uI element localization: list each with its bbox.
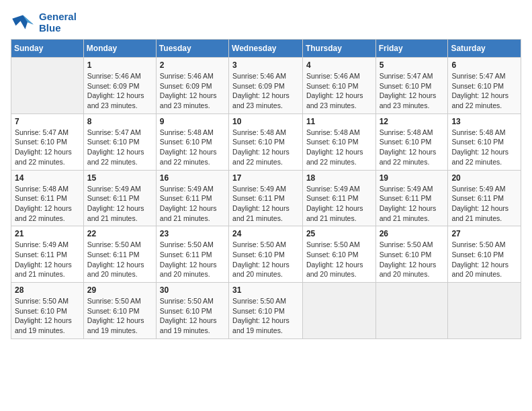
calendar-week-5: 28Sunrise: 5:50 AM Sunset: 6:10 PM Dayli… — [11, 283, 521, 339]
day-info: Sunrise: 5:49 AM Sunset: 6:11 PM Dayligh… — [451, 184, 517, 224]
day-info: Sunrise: 5:50 AM Sunset: 6:10 PM Dayligh… — [380, 240, 445, 279]
day-info: Sunrise: 5:48 AM Sunset: 6:11 PM Dayligh… — [15, 184, 80, 224]
calendar-cell: 21Sunrise: 5:49 AM Sunset: 6:11 PM Dayli… — [11, 226, 84, 283]
day-number: 15 — [87, 173, 152, 183]
day-number: 17 — [232, 173, 299, 183]
day-info: Sunrise: 5:49 AM Sunset: 6:11 PM Dayligh… — [380, 184, 445, 224]
day-number: 8 — [87, 117, 152, 126]
day-number: 10 — [232, 117, 299, 126]
calendar-cell: 25Sunrise: 5:50 AM Sunset: 6:10 PM Dayli… — [302, 226, 375, 283]
day-number: 22 — [87, 229, 152, 238]
day-number: 24 — [232, 229, 299, 238]
day-number: 4 — [306, 60, 372, 70]
day-number: 29 — [87, 285, 152, 295]
calendar-cell: 27Sunrise: 5:50 AM Sunset: 6:10 PM Dayli… — [448, 226, 521, 283]
day-number: 7 — [15, 117, 80, 126]
day-number: 2 — [160, 60, 225, 70]
day-number: 11 — [306, 117, 372, 126]
day-info: Sunrise: 5:50 AM Sunset: 6:11 PM Dayligh… — [87, 240, 152, 279]
calendar-cell: 4Sunrise: 5:46 AM Sunset: 6:10 PM Daylig… — [302, 58, 375, 114]
calendar-cell: 13Sunrise: 5:48 AM Sunset: 6:10 PM Dayli… — [448, 113, 521, 170]
logo-icon — [11, 13, 35, 32]
days-header-row: SundayMondayTuesdayWednesdayThursdayFrid… — [11, 40, 521, 58]
day-number: 27 — [451, 229, 517, 238]
calendar-cell: 19Sunrise: 5:49 AM Sunset: 6:11 PM Dayli… — [375, 170, 448, 226]
day-number: 18 — [306, 173, 372, 183]
day-info: Sunrise: 5:49 AM Sunset: 6:11 PM Dayligh… — [87, 184, 152, 224]
day-header-sunday: Sunday — [11, 40, 84, 58]
page-header: General Blue — [11, 11, 521, 34]
day-header-thursday: Thursday — [302, 40, 375, 58]
day-info: Sunrise: 5:50 AM Sunset: 6:10 PM Dayligh… — [87, 296, 152, 336]
day-info: Sunrise: 5:48 AM Sunset: 6:10 PM Dayligh… — [306, 128, 372, 167]
calendar-cell — [11, 58, 84, 114]
day-info: Sunrise: 5:49 AM Sunset: 6:11 PM Dayligh… — [160, 184, 225, 224]
day-info: Sunrise: 5:46 AM Sunset: 6:10 PM Dayligh… — [306, 71, 372, 111]
calendar-cell: 10Sunrise: 5:48 AM Sunset: 6:10 PM Dayli… — [229, 113, 303, 170]
day-number: 21 — [15, 229, 80, 238]
day-info: Sunrise: 5:48 AM Sunset: 6:10 PM Dayligh… — [160, 128, 225, 167]
day-number: 9 — [160, 117, 225, 126]
day-number: 3 — [232, 60, 299, 70]
calendar-cell — [302, 283, 375, 339]
calendar-cell: 30Sunrise: 5:50 AM Sunset: 6:10 PM Dayli… — [156, 283, 228, 339]
day-number: 5 — [380, 60, 445, 70]
day-info: Sunrise: 5:47 AM Sunset: 6:10 PM Dayligh… — [380, 71, 445, 111]
calendar-cell: 18Sunrise: 5:49 AM Sunset: 6:11 PM Dayli… — [302, 170, 375, 226]
calendar-cell: 5Sunrise: 5:47 AM Sunset: 6:10 PM Daylig… — [375, 58, 448, 114]
calendar-cell: 17Sunrise: 5:49 AM Sunset: 6:11 PM Dayli… — [229, 170, 303, 226]
calendar-cell: 31Sunrise: 5:50 AM Sunset: 6:10 PM Dayli… — [229, 283, 303, 339]
calendar-cell: 26Sunrise: 5:50 AM Sunset: 6:10 PM Dayli… — [375, 226, 448, 283]
day-info: Sunrise: 5:50 AM Sunset: 6:10 PM Dayligh… — [160, 296, 225, 336]
day-header-wednesday: Wednesday — [229, 40, 303, 58]
calendar-cell — [375, 283, 448, 339]
calendar-cell: 6Sunrise: 5:47 AM Sunset: 6:10 PM Daylig… — [448, 58, 521, 114]
calendar-cell: 2Sunrise: 5:46 AM Sunset: 6:09 PM Daylig… — [156, 58, 228, 114]
calendar-week-3: 14Sunrise: 5:48 AM Sunset: 6:11 PM Dayli… — [11, 170, 521, 226]
day-number: 26 — [380, 229, 445, 238]
calendar-table: SundayMondayTuesdayWednesdayThursdayFrid… — [11, 39, 521, 339]
day-number: 13 — [451, 117, 517, 126]
calendar-cell: 8Sunrise: 5:47 AM Sunset: 6:10 PM Daylig… — [83, 113, 156, 170]
day-info: Sunrise: 5:46 AM Sunset: 6:09 PM Dayligh… — [87, 71, 152, 111]
calendar-cell: 20Sunrise: 5:49 AM Sunset: 6:11 PM Dayli… — [448, 170, 521, 226]
day-info: Sunrise: 5:47 AM Sunset: 6:10 PM Dayligh… — [87, 128, 152, 167]
day-header-monday: Monday — [83, 40, 156, 58]
day-info: Sunrise: 5:48 AM Sunset: 6:10 PM Dayligh… — [380, 128, 445, 167]
day-info: Sunrise: 5:49 AM Sunset: 6:11 PM Dayligh… — [232, 184, 299, 224]
calendar-cell: 14Sunrise: 5:48 AM Sunset: 6:11 PM Dayli… — [11, 170, 84, 226]
logo: General Blue — [11, 11, 77, 34]
calendar-cell: 3Sunrise: 5:46 AM Sunset: 6:09 PM Daylig… — [229, 58, 303, 114]
day-number: 25 — [306, 229, 372, 238]
calendar-cell: 11Sunrise: 5:48 AM Sunset: 6:10 PM Dayli… — [302, 113, 375, 170]
day-info: Sunrise: 5:50 AM Sunset: 6:10 PM Dayligh… — [306, 240, 372, 279]
day-number: 14 — [15, 173, 80, 183]
day-info: Sunrise: 5:48 AM Sunset: 6:10 PM Dayligh… — [232, 128, 299, 167]
day-header-saturday: Saturday — [448, 40, 521, 58]
day-number: 31 — [232, 285, 299, 295]
day-header-tuesday: Tuesday — [156, 40, 228, 58]
calendar-week-1: 1Sunrise: 5:46 AM Sunset: 6:09 PM Daylig… — [11, 58, 521, 114]
day-info: Sunrise: 5:50 AM Sunset: 6:10 PM Dayligh… — [232, 240, 299, 279]
day-info: Sunrise: 5:47 AM Sunset: 6:10 PM Dayligh… — [15, 128, 80, 167]
day-info: Sunrise: 5:49 AM Sunset: 6:11 PM Dayligh… — [15, 240, 80, 279]
day-number: 1 — [87, 60, 152, 70]
calendar-cell: 1Sunrise: 5:46 AM Sunset: 6:09 PM Daylig… — [83, 58, 156, 114]
day-info: Sunrise: 5:46 AM Sunset: 6:09 PM Dayligh… — [160, 71, 225, 111]
day-number: 28 — [15, 285, 80, 295]
day-info: Sunrise: 5:50 AM Sunset: 6:10 PM Dayligh… — [232, 296, 299, 336]
day-info: Sunrise: 5:50 AM Sunset: 6:10 PM Dayligh… — [15, 296, 80, 336]
calendar-cell: 29Sunrise: 5:50 AM Sunset: 6:10 PM Dayli… — [83, 283, 156, 339]
day-number: 19 — [380, 173, 445, 183]
calendar-cell: 22Sunrise: 5:50 AM Sunset: 6:11 PM Dayli… — [83, 226, 156, 283]
day-number: 23 — [160, 229, 225, 238]
calendar-week-2: 7Sunrise: 5:47 AM Sunset: 6:10 PM Daylig… — [11, 113, 521, 170]
calendar-cell: 16Sunrise: 5:49 AM Sunset: 6:11 PM Dayli… — [156, 170, 228, 226]
day-info: Sunrise: 5:50 AM Sunset: 6:11 PM Dayligh… — [160, 240, 225, 279]
calendar-cell: 28Sunrise: 5:50 AM Sunset: 6:10 PM Dayli… — [11, 283, 84, 339]
calendar-cell: 24Sunrise: 5:50 AM Sunset: 6:10 PM Dayli… — [229, 226, 303, 283]
day-header-friday: Friday — [375, 40, 448, 58]
day-number: 20 — [451, 173, 517, 183]
calendar-cell — [448, 283, 521, 339]
day-info: Sunrise: 5:47 AM Sunset: 6:10 PM Dayligh… — [451, 71, 517, 111]
